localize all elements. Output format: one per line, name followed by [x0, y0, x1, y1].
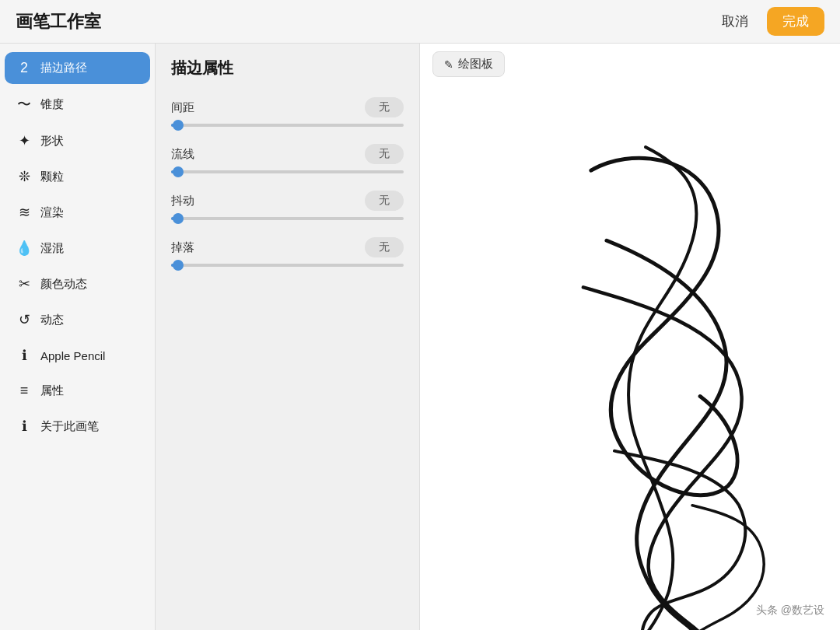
sidebar-item-apple-pencil[interactable]: ℹ Apple Pencil	[5, 339, 150, 372]
sidebar-item-dynamics[interactable]: ↺ 动态	[5, 303, 150, 336]
spacing-value: 无	[365, 97, 404, 117]
spacing-slider-container[interactable]	[156, 122, 419, 136]
stroke-path-icon: 2	[16, 60, 33, 76]
drawing-board-tab[interactable]: ✎ 绘图板	[432, 51, 505, 77]
sidebar-item-dynamics-label: 动态	[40, 313, 64, 327]
falloff-slider-track[interactable]	[171, 264, 404, 267]
render-icon: ≋	[16, 204, 33, 221]
sidebar-item-grain[interactable]: ❊ 颗粒	[5, 160, 150, 193]
sidebar-item-apple-pencil-label: Apple Pencil	[40, 349, 105, 362]
sidebar: 2 描边路径 〜 锥度 ✦ 形状 ❊ 颗粒 ≋ 渲染 💧 湿混 ✂ 颜色动态	[0, 44, 156, 630]
sidebar-item-render-label: 渲染	[40, 205, 64, 220]
main-layout: 2 描边路径 〜 锥度 ✦ 形状 ❊ 颗粒 ≋ 渲染 💧 湿混 ✂ 颜色动态	[0, 44, 840, 630]
top-bar-actions: 取消 完成	[712, 7, 824, 36]
taper-icon: 〜	[16, 95, 33, 114]
watermark: 头条 @数艺设	[756, 604, 824, 618]
sidebar-item-shape[interactable]: ✦ 形状	[5, 124, 150, 157]
sidebar-item-properties[interactable]: ≡ 属性	[5, 375, 150, 407]
spacing-label: 间距	[171, 100, 202, 115]
property-row-spacing: 间距 无	[156, 89, 419, 122]
falloff-value: 无	[365, 237, 404, 257]
sidebar-item-wet-mix[interactable]: 💧 湿混	[5, 232, 150, 264]
jitter-slider-thumb[interactable]	[173, 213, 184, 224]
about-icon: ℹ	[16, 418, 33, 435]
sidebar-item-color-dynamics[interactable]: ✂ 颜色动态	[5, 268, 150, 300]
streamline-slider-container[interactable]	[156, 169, 419, 183]
sidebar-item-about[interactable]: ℹ 关于此画笔	[5, 410, 150, 443]
grain-icon: ❊	[16, 168, 33, 185]
color-dynamics-icon: ✂	[16, 275, 33, 292]
sidebar-item-render[interactable]: ≋ 渲染	[5, 196, 150, 229]
drawing-canvas[interactable]	[420, 85, 840, 630]
sidebar-item-wet-mix-label: 湿混	[40, 241, 64, 256]
cancel-button[interactable]: 取消	[712, 8, 758, 35]
sidebar-item-properties-label: 属性	[40, 383, 64, 398]
property-row-jitter: 抖动 无	[156, 183, 419, 215]
middle-panel-title: 描边属性	[156, 44, 419, 89]
canvas-area: ✎ 绘图板 头条 @数艺设	[420, 44, 840, 630]
middle-panel: 描边属性 间距 无 流线 无 抖动 无	[156, 44, 420, 630]
streamline-slider-thumb[interactable]	[173, 166, 184, 177]
drawing-board-label: 绘图板	[458, 57, 493, 72]
streamline-slider-track[interactable]	[171, 170, 404, 173]
property-row-falloff: 掉落 无	[156, 229, 419, 262]
dynamics-icon: ↺	[16, 311, 33, 328]
property-row-streamline: 流线 无	[156, 136, 419, 169]
spacing-slider-thumb[interactable]	[173, 120, 184, 131]
sidebar-item-about-label: 关于此画笔	[40, 419, 99, 434]
sidebar-item-grain-label: 颗粒	[40, 170, 64, 184]
shape-icon: ✦	[16, 132, 33, 149]
sidebar-item-color-dynamics-label: 颜色动态	[40, 277, 87, 292]
canvas-svg	[420, 85, 840, 630]
falloff-label: 掉落	[171, 240, 202, 255]
canvas-toolbar: ✎ 绘图板	[420, 44, 840, 85]
sidebar-item-shape-label: 形状	[40, 134, 64, 149]
falloff-slider-container[interactable]	[156, 262, 419, 276]
sidebar-item-stroke-path[interactable]: 2 描边路径	[5, 52, 150, 84]
app-title: 画笔工作室	[16, 10, 101, 33]
drawing-board-icon: ✎	[444, 58, 453, 71]
sidebar-item-taper-label: 锥度	[40, 97, 64, 112]
streamline-label: 流线	[171, 147, 202, 162]
jitter-slider-track[interactable]	[171, 217, 404, 220]
done-button[interactable]: 完成	[767, 7, 824, 36]
sidebar-item-stroke-path-label: 描边路径	[40, 61, 87, 75]
spacing-slider-track[interactable]	[171, 124, 404, 127]
jitter-slider-container[interactable]	[156, 215, 419, 229]
falloff-slider-thumb[interactable]	[173, 260, 184, 271]
top-bar: 画笔工作室 取消 完成	[0, 0, 840, 44]
sidebar-item-taper[interactable]: 〜 锥度	[5, 87, 150, 121]
jitter-label: 抖动	[171, 194, 202, 208]
apple-pencil-icon: ℹ	[16, 347, 33, 364]
properties-icon: ≡	[16, 383, 33, 399]
wet-mix-icon: 💧	[16, 240, 33, 257]
streamline-value: 无	[365, 144, 404, 164]
jitter-value: 无	[365, 191, 404, 211]
